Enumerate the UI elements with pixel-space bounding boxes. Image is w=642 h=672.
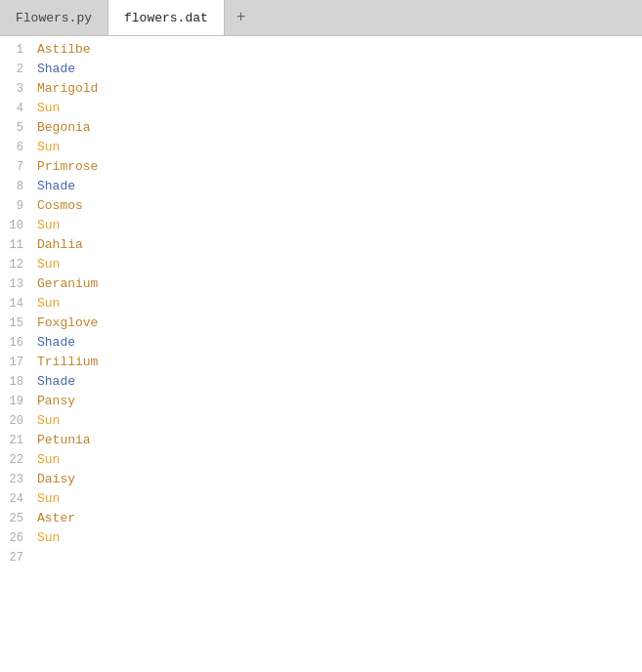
code-line-6: Sun — [29, 138, 642, 157]
line-number-5: 5 — [0, 118, 29, 138]
line-number-21: 21 — [0, 431, 29, 450]
code-line-14: Sun — [29, 294, 642, 314]
code-line-11: Dahlia — [29, 235, 642, 255]
tab-flowers-dat[interactable]: flowers.dat — [108, 0, 225, 35]
code-line-1: Astilbe — [29, 40, 642, 60]
code-line-21: Petunia — [29, 431, 642, 450]
code-line-5: Begonia — [29, 118, 642, 138]
line-number-4: 4 — [0, 99, 29, 118]
code-line-24: Sun — [29, 489, 642, 509]
code-line-4: Sun — [29, 99, 642, 118]
line-number-7: 7 — [0, 157, 29, 177]
add-tab-button[interactable]: + — [225, 0, 258, 35]
line-number-8: 8 — [0, 177, 29, 196]
line-number-11: 11 — [0, 235, 29, 255]
code-line-12: Sun — [29, 255, 642, 274]
tab-bar: Flowers.pyflowers.dat+ — [0, 0, 642, 36]
line-number-20: 20 — [0, 411, 29, 431]
line-number-1: 1 — [0, 40, 29, 60]
line-number-16: 16 — [0, 333, 29, 353]
code-line-20: Sun — [29, 411, 642, 431]
line-number-15: 15 — [0, 314, 29, 333]
code-content[interactable]: AstilbeShadeMarigoldSunBegoniaSunPrimros… — [29, 36, 642, 672]
line-number-23: 23 — [0, 470, 29, 489]
code-line-10: Sun — [29, 216, 642, 235]
line-number-6: 6 — [0, 138, 29, 157]
line-number-13: 13 — [0, 274, 29, 294]
line-number-18: 18 — [0, 372, 29, 392]
line-number-14: 14 — [0, 294, 29, 314]
code-line-9: Cosmos — [29, 196, 642, 216]
code-line-18: Shade — [29, 372, 642, 392]
code-line-19: Pansy — [29, 392, 642, 411]
line-number-10: 10 — [0, 216, 29, 235]
code-line-7: Primrose — [29, 157, 642, 177]
code-line-23: Daisy — [29, 470, 642, 489]
line-numbers: 1234567891011121314151617181920212223242… — [0, 36, 29, 672]
line-number-26: 26 — [0, 528, 29, 548]
code-line-8: Shade — [29, 177, 642, 196]
line-number-3: 3 — [0, 79, 29, 99]
code-line-22: Sun — [29, 450, 642, 470]
code-line-25: Aster — [29, 509, 642, 528]
code-line-2: Shade — [29, 60, 642, 79]
code-line-16: Shade — [29, 333, 642, 353]
line-number-19: 19 — [0, 392, 29, 411]
editor-area: 1234567891011121314151617181920212223242… — [0, 36, 642, 672]
line-number-24: 24 — [0, 489, 29, 509]
tab-flowers-py[interactable]: Flowers.py — [0, 0, 108, 35]
line-number-9: 9 — [0, 196, 29, 216]
code-line-13: Geranium — [29, 274, 642, 294]
line-number-27: 27 — [0, 548, 29, 567]
line-number-25: 25 — [0, 509, 29, 528]
line-number-22: 22 — [0, 450, 29, 470]
code-line-15: Foxglove — [29, 314, 642, 333]
code-line-17: Trillium — [29, 353, 642, 372]
code-line-26: Sun — [29, 528, 642, 548]
code-line-3: Marigold — [29, 79, 642, 99]
line-number-2: 2 — [0, 60, 29, 79]
line-number-17: 17 — [0, 353, 29, 372]
line-number-12: 12 — [0, 255, 29, 274]
